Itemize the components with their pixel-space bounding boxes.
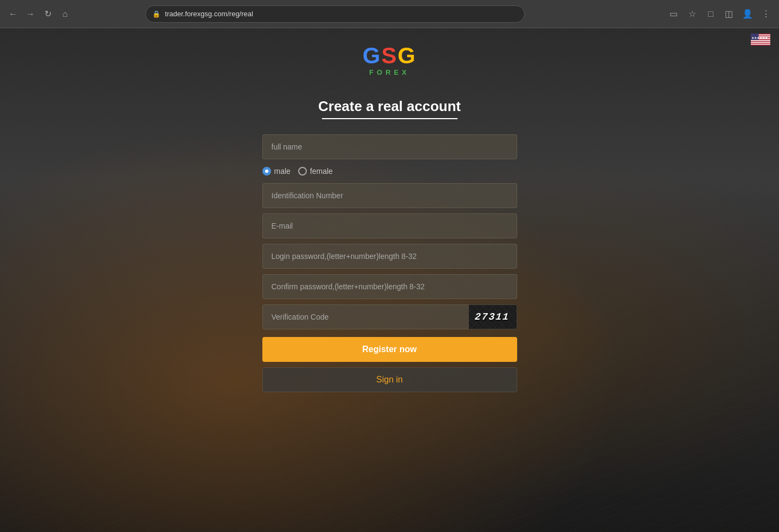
home-button[interactable]: ⌂ [57,7,73,22]
female-label[interactable]: female [298,167,333,176]
female-text: female [310,167,333,176]
logo-g2: G [398,43,417,68]
signin-button[interactable]: Sign in [262,367,517,392]
bookmark-button[interactable]: ☆ [685,7,700,22]
male-radio[interactable] [262,167,271,176]
translate-button[interactable]: ▭ [666,7,681,22]
browser-chrome: ← → ↻ ⌂ 🔒 trader.forexgsg.com/reg/real ▭… [0,0,779,28]
logo: GSG FOREX [363,44,416,76]
profile-button[interactable]: 👤 [740,7,755,22]
captcha-image[interactable]: 27311 [468,304,517,329]
registration-form: male female 27311 [262,134,517,392]
reload-button[interactable]: ↻ [40,7,55,22]
id-number-input[interactable] [262,183,517,208]
logo-g1: G [363,43,382,68]
browser-action-buttons: ▭ ☆ □ ◫ 👤 ⋮ [666,7,774,22]
register-button[interactable]: Register now [262,337,517,362]
page-content: ★★★★★★ GSG FOREX Create a real account m… [0,28,779,532]
form-wrapper: GSG FOREX Create a real account male fem… [0,28,779,392]
address-bar[interactable]: 🔒 trader.forexgsg.com/reg/real [145,5,525,23]
verification-code-input[interactable] [262,304,468,329]
logo-gsg: GSG [363,44,416,67]
password-input[interactable] [262,244,517,269]
captcha-row: 27311 [262,304,517,329]
fullname-input[interactable] [262,134,517,159]
browser-nav-buttons: ← → ↻ ⌂ [5,7,73,22]
logo-s: S [381,43,397,68]
captcha-text: 27311 [475,312,511,322]
extension-button[interactable]: □ [703,7,718,22]
male-text: male [274,167,291,176]
female-radio[interactable] [298,167,307,176]
male-label[interactable]: male [262,167,291,176]
email-input[interactable] [262,213,517,238]
menu-button[interactable]: ⋮ [758,7,774,22]
logo-forex: FOREX [363,68,416,76]
title-underline [322,118,458,119]
forward-button[interactable]: → [23,7,38,22]
gender-row: male female [262,165,517,178]
split-button[interactable]: ◫ [722,7,737,22]
back-button[interactable]: ← [5,7,21,22]
page-title: Create a real account [318,98,461,115]
url-text: trader.forexgsg.com/reg/real [165,10,253,18]
confirm-password-input[interactable] [262,274,517,299]
